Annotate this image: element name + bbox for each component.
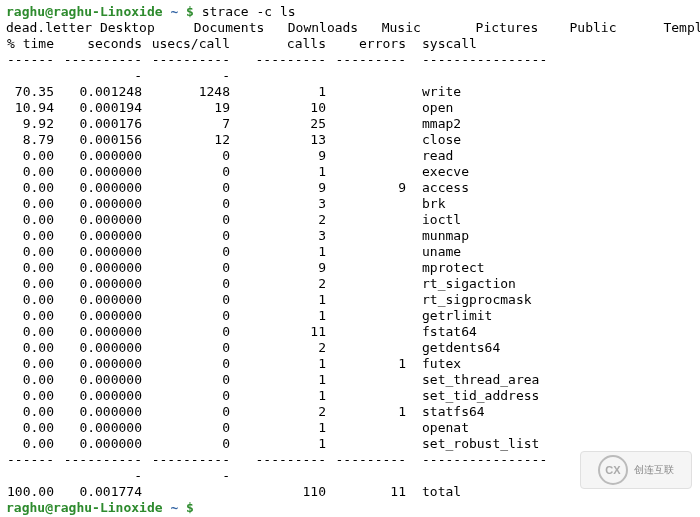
cell: 0.00 [6, 148, 62, 164]
cell: 0 [150, 308, 238, 324]
hdr-seconds: seconds [62, 36, 150, 52]
cell: 0.00 [6, 260, 62, 276]
cell: 0.00 [6, 276, 62, 292]
table-row: 0.000.00000009mprotect [6, 260, 694, 276]
cell: 11 [238, 324, 334, 340]
table-row: 0.000.00000003munmap [6, 228, 694, 244]
cell: write [414, 84, 694, 100]
cell: 0 [150, 196, 238, 212]
cell: set_tid_address [414, 388, 694, 404]
cell: 3 [238, 196, 334, 212]
cell: 13 [238, 132, 334, 148]
cell: set_thread_area [414, 372, 694, 388]
prompt-symbol: $ [186, 4, 194, 19]
table-row: 0.000.000000011futex [6, 356, 694, 372]
cell: 1 [334, 404, 414, 420]
table-row: 70.350.00124812481write [6, 84, 694, 100]
cell: openat [414, 420, 694, 436]
cell: 9 [334, 180, 414, 196]
cell: 9 [238, 180, 334, 196]
table-row: 0.000.00000009read [6, 148, 694, 164]
table-row: 0.000.00000002getdents64 [6, 340, 694, 356]
cell [334, 292, 414, 308]
cell: 0 [150, 244, 238, 260]
cell: 0 [150, 436, 238, 452]
cell: 19 [150, 100, 238, 116]
cell: 0 [150, 276, 238, 292]
cell: 1 [238, 388, 334, 404]
cell: 0.000000 [62, 260, 150, 276]
cell: 0 [150, 372, 238, 388]
cell: 0.001248 [62, 84, 150, 100]
cell: 1 [238, 292, 334, 308]
table-row: 0.000.000000099access [6, 180, 694, 196]
cell: 1 [238, 372, 334, 388]
cell: ioctl [414, 212, 694, 228]
cell: execve [414, 164, 694, 180]
cell [334, 116, 414, 132]
cell [334, 276, 414, 292]
table-row: 0.000.000000011fstat64 [6, 324, 694, 340]
hdr-time: % time [6, 36, 62, 52]
prompt-dir: ~ [170, 4, 178, 19]
cell: 0 [150, 388, 238, 404]
table-row: 0.000.00000001set_robust_list [6, 436, 694, 452]
cell: 1 [238, 420, 334, 436]
hdr-usecs: usecs/call [150, 36, 238, 52]
table-row: 0.000.00000001rt_sigprocmask [6, 292, 694, 308]
total-usecs [150, 484, 238, 500]
cell: 25 [238, 116, 334, 132]
ls-output: dead.letter Desktop Documents Downloads … [6, 20, 694, 36]
cell [334, 132, 414, 148]
cell [334, 148, 414, 164]
cell: mmap2 [414, 116, 694, 132]
cell: 70.35 [6, 84, 62, 100]
cell: 0.00 [6, 212, 62, 228]
table-header: % time seconds usecs/call calls errors s… [6, 36, 694, 52]
cell: 0.00 [6, 180, 62, 196]
cell [334, 420, 414, 436]
table-row: 0.000.00000001set_tid_address [6, 388, 694, 404]
cell: 0.00 [6, 292, 62, 308]
cell: 1 [238, 84, 334, 100]
cell: 1 [238, 244, 334, 260]
cell: munmap [414, 228, 694, 244]
cell [334, 212, 414, 228]
cell: set_robust_list [414, 436, 694, 452]
cell [334, 164, 414, 180]
table-row: 0.000.00000001execve [6, 164, 694, 180]
prompt-line-2[interactable]: raghu@raghu-Linoxide ~ $ [6, 500, 694, 516]
cell: 10 [238, 100, 334, 116]
cell: 0 [150, 324, 238, 340]
command-text: strace -c ls [202, 4, 296, 19]
cell: 0.00 [6, 196, 62, 212]
cell: 0 [150, 404, 238, 420]
cell: 0 [150, 180, 238, 196]
cell: fstat64 [414, 324, 694, 340]
cell: 7 [150, 116, 238, 132]
cell: 9 [238, 260, 334, 276]
hdr-errors: errors [334, 36, 414, 52]
cell: 2 [238, 340, 334, 356]
cell: 0.00 [6, 308, 62, 324]
cell: 0.000000 [62, 228, 150, 244]
cell: 0 [150, 292, 238, 308]
cell: 0.00 [6, 356, 62, 372]
table-row: 0.000.00000002ioctl [6, 212, 694, 228]
cell [334, 228, 414, 244]
cell: 0.000000 [62, 196, 150, 212]
cell: rt_sigprocmask [414, 292, 694, 308]
cell [334, 372, 414, 388]
cell: 0 [150, 228, 238, 244]
cell: statfs64 [414, 404, 694, 420]
cell: 0.000000 [62, 324, 150, 340]
cell: 0.00 [6, 404, 62, 420]
cell [334, 308, 414, 324]
table-row: 0.000.00000001openat [6, 420, 694, 436]
cell: 0.000000 [62, 164, 150, 180]
cell: 0 [150, 420, 238, 436]
terminal[interactable]: raghu@raghu-Linoxide ~ $ strace -c ls de… [0, 0, 700, 517]
cell: 0.000000 [62, 292, 150, 308]
table-row: 0.000.00000003brk [6, 196, 694, 212]
cell: 8.79 [6, 132, 62, 148]
